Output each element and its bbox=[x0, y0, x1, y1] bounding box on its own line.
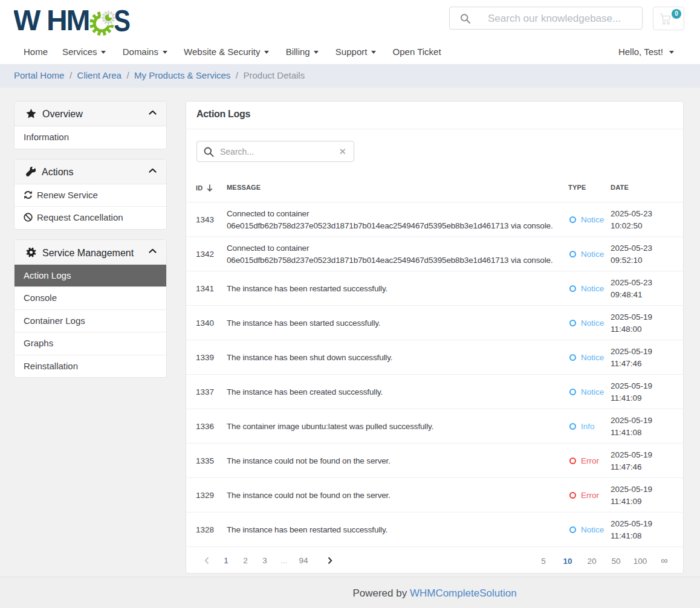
svg-text:M: M bbox=[66, 4, 91, 36]
svg-text:S: S bbox=[114, 4, 131, 36]
svg-text:W: W bbox=[14, 4, 41, 36]
svg-text:H: H bbox=[47, 4, 68, 36]
